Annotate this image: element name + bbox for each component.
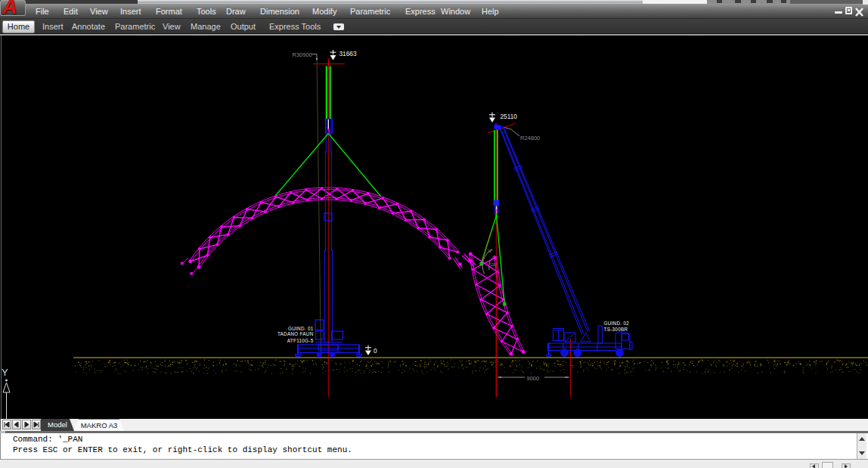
svg-text:TADANO FAUN: TADANO FAUN: [277, 331, 314, 336]
svg-text:R24800: R24800: [520, 135, 540, 141]
svg-text:Y: Y: [2, 367, 8, 378]
svg-text:TS-300BR: TS-300BR: [604, 327, 628, 332]
svg-text:31663: 31663: [339, 50, 357, 57]
svg-text:9000: 9000: [527, 375, 540, 382]
svg-text:ATF110G-5: ATF110G-5: [287, 338, 314, 343]
svg-text:0: 0: [374, 347, 377, 355]
svg-text:GUIND. 02: GUIND. 02: [604, 321, 630, 326]
svg-text:12°: 12°: [488, 249, 493, 253]
svg-text:25110: 25110: [501, 113, 518, 120]
svg-text:R30900: R30900: [293, 51, 312, 58]
svg-text:GUIND. 01: GUIND. 01: [288, 326, 314, 331]
